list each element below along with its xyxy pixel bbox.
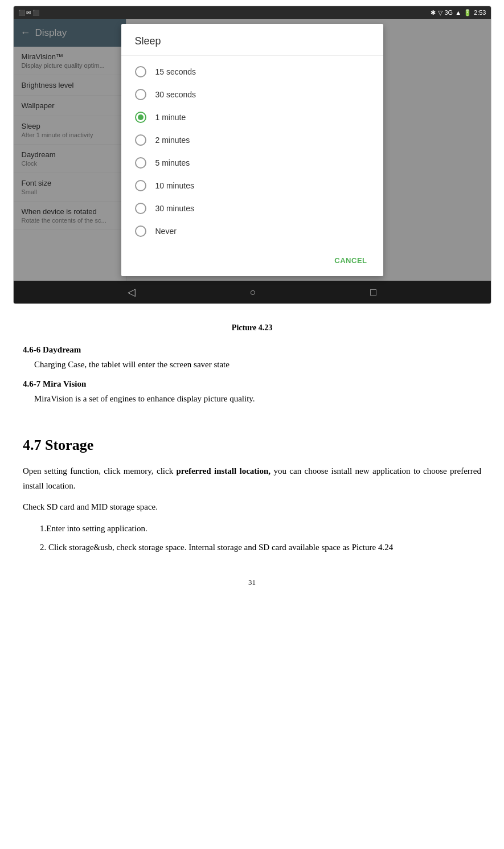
radio-30min[interactable] bbox=[135, 203, 146, 214]
label-30min: 30 minutes bbox=[155, 204, 194, 213]
option-30min[interactable]: 30 minutes bbox=[121, 197, 383, 220]
back-nav-button[interactable]: ◁ bbox=[128, 286, 136, 298]
screenshot-container: ⬛ ✉ ⬛ ✱ ▽ 3G ▲ 🔋 2:53 ← Display bbox=[0, 0, 504, 610]
home-nav-button[interactable]: ○ bbox=[250, 286, 256, 298]
sleep-dialog: Sleep 15 seconds 30 seconds 1 min bbox=[121, 24, 383, 276]
option-5min[interactable]: 5 minutes bbox=[121, 151, 383, 174]
dialog-actions: CANCEL bbox=[121, 247, 383, 276]
radio-10min[interactable] bbox=[135, 180, 146, 191]
signal-icon: ▲ bbox=[455, 9, 461, 16]
picture-caption: Picture 4.23 bbox=[23, 323, 481, 333]
section-text-daydream: Charging Case, the tablet will enter the… bbox=[23, 358, 481, 371]
label-never: Never bbox=[155, 227, 177, 236]
radio-5min[interactable] bbox=[135, 157, 146, 169]
recent-nav-button[interactable]: □ bbox=[370, 286, 376, 298]
page-number: 31 bbox=[23, 578, 481, 598]
radio-1min[interactable] bbox=[135, 112, 146, 123]
dialog-overlay: Sleep 15 seconds 30 seconds 1 min bbox=[14, 19, 491, 281]
storage-para-4: 2. Click storage&usb, check storage spac… bbox=[23, 540, 481, 555]
status-bar-left: ⬛ ✉ ⬛ bbox=[18, 10, 39, 16]
option-15sec[interactable]: 15 seconds bbox=[121, 60, 383, 83]
storage-heading: 4.7 Storage bbox=[23, 437, 481, 454]
section-heading-miravision: 4.6-7 Mira Vision bbox=[23, 379, 481, 389]
option-never[interactable]: Never bbox=[121, 220, 383, 243]
radio-2min[interactable] bbox=[135, 134, 146, 146]
storage-para-1: Open setting function, click memory, cli… bbox=[23, 464, 481, 493]
device-frame: ⬛ ✉ ⬛ ✱ ▽ 3G ▲ 🔋 2:53 ← Display bbox=[13, 6, 491, 304]
label-2min: 2 minutes bbox=[155, 136, 190, 145]
option-2min[interactable]: 2 minutes bbox=[121, 129, 383, 151]
cancel-button[interactable]: CANCEL bbox=[327, 252, 374, 269]
status-bar: ⬛ ✉ ⬛ ✱ ▽ 3G ▲ 🔋 2:53 bbox=[14, 6, 491, 19]
radio-15sec[interactable] bbox=[135, 66, 146, 77]
status-bar-right: ✱ ▽ 3G ▲ 🔋 2:53 bbox=[431, 9, 486, 17]
label-5min: 5 minutes bbox=[155, 158, 190, 167]
label-10min: 10 minutes bbox=[155, 181, 194, 190]
notification-icons: ⬛ ✉ ⬛ bbox=[18, 10, 39, 16]
dialog-title: Sleep bbox=[121, 35, 383, 56]
battery-icon: 🔋 bbox=[464, 9, 472, 17]
label-15sec: 15 seconds bbox=[155, 67, 196, 76]
option-30sec[interactable]: 30 seconds bbox=[121, 83, 383, 106]
label-30sec: 30 seconds bbox=[155, 90, 196, 99]
nav-bar: ◁ ○ □ bbox=[14, 281, 491, 303]
wifi-icon: ▽ bbox=[438, 9, 442, 17]
network-indicator: 3G bbox=[445, 9, 453, 16]
time-display: 2:53 bbox=[474, 9, 486, 16]
doc-area: Picture 4.23 4.6-6 Daydream Charging Cas… bbox=[0, 304, 504, 610]
screen-content: ← Display MiraVision™ Display picture qu… bbox=[14, 19, 491, 281]
storage-para-3: 1.Enter into setting application. bbox=[23, 522, 481, 536]
radio-never[interactable] bbox=[135, 225, 146, 237]
section-heading-daydream: 4.6-6 Daydream bbox=[23, 345, 481, 355]
storage-para-2: Check SD card and MID storage space. bbox=[23, 500, 481, 515]
option-1min[interactable]: 1 minute bbox=[121, 106, 383, 129]
bluetooth-icon: ✱ bbox=[431, 9, 436, 17]
option-10min[interactable]: 10 minutes bbox=[121, 174, 383, 197]
section-text-miravision: MiraVision is a set of engines to enhanc… bbox=[23, 392, 481, 405]
dialog-options: 15 seconds 30 seconds 1 minute 2 bbox=[121, 56, 383, 247]
radio-30sec[interactable] bbox=[135, 89, 146, 100]
label-1min: 1 minute bbox=[155, 113, 186, 122]
